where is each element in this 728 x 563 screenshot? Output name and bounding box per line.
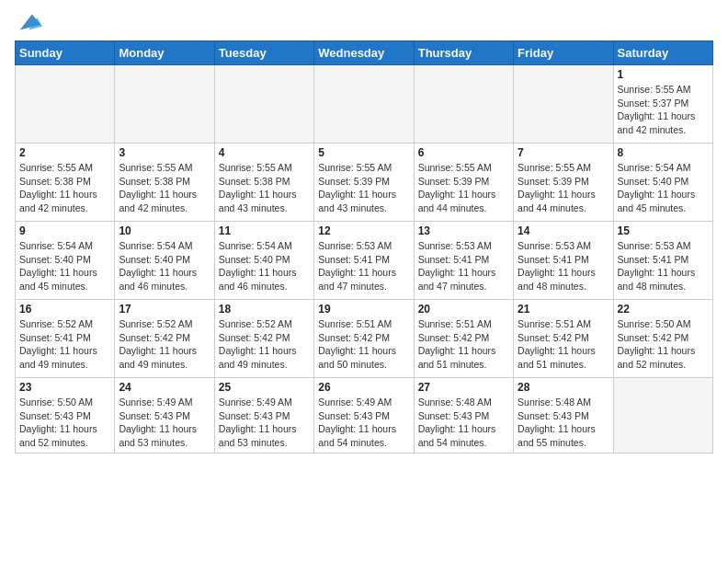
day-cell: 13Sunrise: 5:53 AMSunset: 5:41 PMDayligh… [414,222,513,300]
weekday-header-friday: Friday [514,41,613,65]
logo-icon [17,9,42,35]
day-number: 23 [19,381,110,394]
day-cell: 17Sunrise: 5:52 AMSunset: 5:42 PMDayligh… [115,300,214,378]
logo [15,9,42,35]
day-cell: 2Sunrise: 5:55 AMSunset: 5:38 PMDaylight… [16,144,115,222]
week-row-2: 2Sunrise: 5:55 AMSunset: 5:38 PMDaylight… [16,144,713,222]
day-cell: 27Sunrise: 5:48 AMSunset: 5:43 PMDayligh… [414,378,513,454]
day-detail: Sunrise: 5:53 AMSunset: 5:41 PMDaylight:… [618,239,709,293]
calendar-table: SundayMondayTuesdayWednesdayThursdayFrid… [15,40,713,454]
day-number: 22 [618,303,709,316]
day-detail: Sunrise: 5:51 AMSunset: 5:42 PMDaylight:… [418,317,509,372]
day-cell: 10Sunrise: 5:54 AMSunset: 5:40 PMDayligh… [115,222,214,300]
day-number: 15 [618,224,709,237]
day-number: 27 [418,381,509,394]
day-detail: Sunrise: 5:48 AMSunset: 5:43 PMDaylight:… [418,396,509,450]
day-detail: Sunrise: 5:53 AMSunset: 5:41 PMDaylight:… [518,239,609,293]
day-cell: 9Sunrise: 5:54 AMSunset: 5:40 PMDaylight… [16,222,115,300]
weekday-header-wednesday: Wednesday [314,41,414,65]
week-row-3: 9Sunrise: 5:54 AMSunset: 5:40 PMDaylight… [16,222,713,300]
day-number: 6 [418,146,509,159]
day-cell: 16Sunrise: 5:52 AMSunset: 5:41 PMDayligh… [16,300,115,378]
day-cell [16,65,115,144]
day-number: 10 [119,224,210,237]
day-detail: Sunrise: 5:52 AMSunset: 5:42 PMDaylight:… [219,317,310,372]
day-detail: Sunrise: 5:49 AMSunset: 5:43 PMDaylight:… [318,396,409,450]
day-number: 12 [318,224,409,237]
day-detail: Sunrise: 5:54 AMSunset: 5:40 PMDaylight:… [618,161,709,215]
day-cell: 25Sunrise: 5:49 AMSunset: 5:43 PMDayligh… [214,378,313,454]
day-number: 7 [518,146,609,159]
day-cell: 6Sunrise: 5:55 AMSunset: 5:39 PMDaylight… [414,144,513,222]
day-cell: 5Sunrise: 5:55 AMSunset: 5:39 PMDaylight… [314,144,414,222]
day-detail: Sunrise: 5:49 AMSunset: 5:43 PMDaylight:… [119,396,210,450]
day-number: 18 [219,303,310,316]
day-number: 14 [518,224,609,237]
week-row-4: 16Sunrise: 5:52 AMSunset: 5:41 PMDayligh… [16,300,713,378]
day-detail: Sunrise: 5:48 AMSunset: 5:43 PMDaylight:… [518,396,609,450]
day-detail: Sunrise: 5:53 AMSunset: 5:41 PMDaylight:… [418,239,509,293]
day-number: 1 [618,68,709,81]
day-number: 19 [318,303,409,316]
day-detail: Sunrise: 5:55 AMSunset: 5:39 PMDaylight:… [518,161,609,215]
header [15,9,713,35]
day-cell [314,65,414,144]
week-row-5: 23Sunrise: 5:50 AMSunset: 5:43 PMDayligh… [16,378,713,454]
day-number: 5 [318,146,409,159]
day-cell: 21Sunrise: 5:51 AMSunset: 5:42 PMDayligh… [514,300,613,378]
day-number: 21 [518,303,609,316]
day-number: 11 [219,224,310,237]
day-detail: Sunrise: 5:52 AMSunset: 5:41 PMDaylight:… [19,317,110,372]
day-detail: Sunrise: 5:54 AMSunset: 5:40 PMDaylight:… [219,239,310,293]
weekday-header-thursday: Thursday [414,41,513,65]
day-cell: 14Sunrise: 5:53 AMSunset: 5:41 PMDayligh… [514,222,613,300]
day-detail: Sunrise: 5:51 AMSunset: 5:42 PMDaylight:… [318,317,409,372]
day-cell: 7Sunrise: 5:55 AMSunset: 5:39 PMDaylight… [514,144,613,222]
day-number: 4 [219,146,310,159]
day-cell: 3Sunrise: 5:55 AMSunset: 5:38 PMDaylight… [115,144,214,222]
day-detail: Sunrise: 5:54 AMSunset: 5:40 PMDaylight:… [119,239,210,293]
day-detail: Sunrise: 5:55 AMSunset: 5:38 PMDaylight:… [19,161,110,215]
day-cell: 22Sunrise: 5:50 AMSunset: 5:42 PMDayligh… [613,300,712,378]
day-number: 8 [618,146,709,159]
day-cell: 1Sunrise: 5:55 AMSunset: 5:37 PMDaylight… [613,65,712,144]
day-number: 28 [518,381,609,394]
day-cell [613,378,712,454]
day-detail: Sunrise: 5:55 AMSunset: 5:38 PMDaylight:… [219,161,310,215]
day-number: 16 [19,303,110,316]
weekday-header-sunday: Sunday [16,41,115,65]
day-cell: 15Sunrise: 5:53 AMSunset: 5:41 PMDayligh… [613,222,712,300]
day-detail: Sunrise: 5:53 AMSunset: 5:41 PMDaylight:… [318,239,409,293]
day-number: 13 [418,224,509,237]
day-detail: Sunrise: 5:55 AMSunset: 5:39 PMDaylight:… [418,161,509,215]
day-cell: 18Sunrise: 5:52 AMSunset: 5:42 PMDayligh… [214,300,313,378]
day-detail: Sunrise: 5:54 AMSunset: 5:40 PMDaylight:… [19,239,110,293]
day-detail: Sunrise: 5:50 AMSunset: 5:43 PMDaylight:… [19,396,110,450]
day-detail: Sunrise: 5:50 AMSunset: 5:42 PMDaylight:… [618,317,709,372]
day-cell: 20Sunrise: 5:51 AMSunset: 5:42 PMDayligh… [414,300,513,378]
day-number: 20 [418,303,509,316]
day-detail: Sunrise: 5:55 AMSunset: 5:38 PMDaylight:… [119,161,210,215]
calendar-page: SundayMondayTuesdayWednesdayThursdayFrid… [0,0,728,463]
day-cell [214,65,313,144]
day-cell [414,65,513,144]
day-number: 2 [19,146,110,159]
weekday-header-saturday: Saturday [613,41,712,65]
day-cell: 12Sunrise: 5:53 AMSunset: 5:41 PMDayligh… [314,222,414,300]
day-number: 26 [318,381,409,394]
weekday-header-monday: Monday [115,41,214,65]
day-detail: Sunrise: 5:49 AMSunset: 5:43 PMDaylight:… [219,396,310,450]
day-cell [514,65,613,144]
day-detail: Sunrise: 5:55 AMSunset: 5:37 PMDaylight:… [618,83,709,137]
day-number: 3 [119,146,210,159]
weekday-header-tuesday: Tuesday [214,41,313,65]
day-cell: 8Sunrise: 5:54 AMSunset: 5:40 PMDaylight… [613,144,712,222]
weekday-header-row: SundayMondayTuesdayWednesdayThursdayFrid… [16,41,713,65]
day-cell: 28Sunrise: 5:48 AMSunset: 5:43 PMDayligh… [514,378,613,454]
day-cell: 24Sunrise: 5:49 AMSunset: 5:43 PMDayligh… [115,378,214,454]
day-cell: 19Sunrise: 5:51 AMSunset: 5:42 PMDayligh… [314,300,414,378]
week-row-1: 1Sunrise: 5:55 AMSunset: 5:37 PMDaylight… [16,65,713,144]
day-cell: 23Sunrise: 5:50 AMSunset: 5:43 PMDayligh… [16,378,115,454]
day-cell: 11Sunrise: 5:54 AMSunset: 5:40 PMDayligh… [214,222,313,300]
day-number: 9 [19,224,110,237]
